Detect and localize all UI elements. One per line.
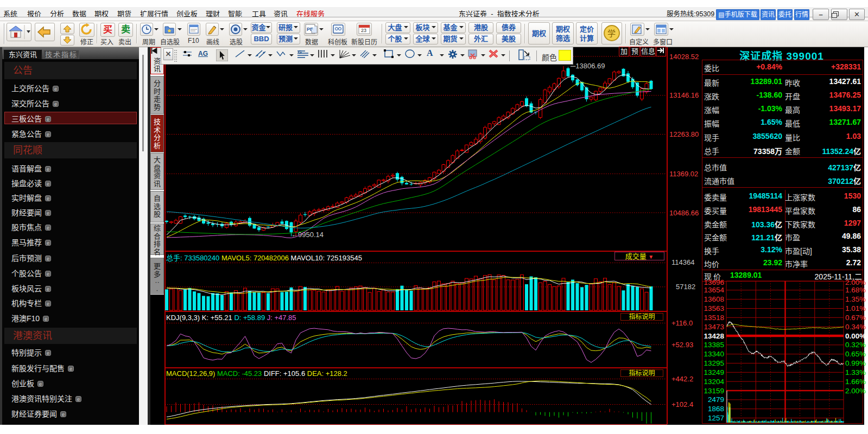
svg-text:G: G — [298, 49, 302, 55]
